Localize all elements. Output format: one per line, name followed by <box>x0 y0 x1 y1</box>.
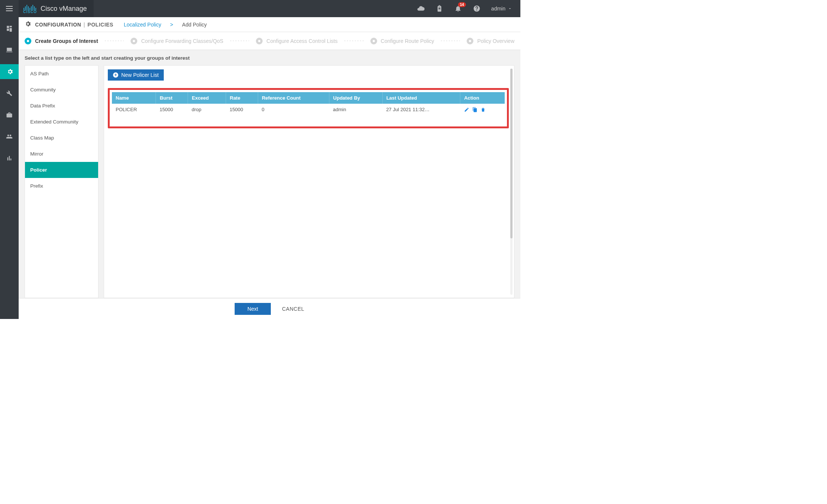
instruction-text: Select a list type on the left and start… <box>25 55 514 61</box>
breadcrumb-section: CONFIGURATION <box>35 22 81 28</box>
cell-burst: 15000 <box>156 104 188 115</box>
menu-toggle-button[interactable] <box>0 0 19 17</box>
nav-dashboard[interactable] <box>0 21 19 36</box>
table-panel: + New Policer List Name Burst Exceed Rat… <box>104 65 514 298</box>
wizard-connector <box>344 41 364 41</box>
cell-exceed: drop <box>188 104 226 115</box>
step-label: Configure Forwarding Classes/QoS <box>141 38 223 44</box>
nav-administration[interactable] <box>0 129 19 144</box>
breadcrumb: CONFIGURATION | POLICIES Localized Polic… <box>19 17 520 32</box>
cell-actions <box>460 104 505 115</box>
nav-maintenance[interactable] <box>0 107 19 122</box>
step-circle-icon <box>256 38 263 44</box>
nav-analytics[interactable] <box>0 151 19 166</box>
table-scrollbar[interactable] <box>510 69 513 295</box>
step-label: Policy Overview <box>477 38 514 44</box>
wizard-connector <box>230 41 250 41</box>
breadcrumb-link[interactable]: Localized Policy <box>124 22 161 28</box>
notification-badge: 14 <box>458 2 466 7</box>
col-burst[interactable]: Burst <box>156 92 188 104</box>
plus-icon: + <box>113 72 118 78</box>
cloud-icon[interactable] <box>417 4 425 13</box>
col-ref-count[interactable]: Reference Count <box>258 92 329 104</box>
col-action[interactable]: Action <box>460 92 505 104</box>
copy-icon[interactable] <box>472 107 477 112</box>
new-policer-button[interactable]: + New Policer List <box>108 69 164 81</box>
next-button[interactable]: Next <box>235 303 271 315</box>
wizard-step-4[interactable]: Configure Route Policy <box>370 38 434 44</box>
policer-table: Name Burst Exceed Rate Reference Count U… <box>112 92 505 115</box>
table-row[interactable]: POLICER 15000 drop 15000 0 admin 27 Jul … <box>112 104 505 115</box>
wizard-step-5[interactable]: Policy Overview <box>467 38 514 44</box>
list-type-ext-community[interactable]: Extended Community <box>25 114 98 130</box>
user-menu[interactable]: admin <box>491 6 512 12</box>
cell-rate: 15000 <box>226 104 258 115</box>
list-type-prefix[interactable]: Prefix <box>25 178 98 194</box>
wizard-connector <box>441 41 460 41</box>
list-type-policer[interactable]: Policer <box>25 162 98 178</box>
bell-icon[interactable]: 14 <box>454 4 462 13</box>
step-circle-icon <box>467 38 473 44</box>
list-type-data-prefix[interactable]: Data Prefix <box>25 98 98 114</box>
cell-ref-count: 0 <box>258 104 329 115</box>
wizard-step-1[interactable]: Create Groups of Interest <box>25 38 98 44</box>
hamburger-icon <box>6 6 13 11</box>
list-type-panel: AS Path Community Data Prefix Extended C… <box>25 65 98 298</box>
col-updated-by[interactable]: Updated By <box>329 92 383 104</box>
step-circle-icon <box>131 38 137 44</box>
brand-title: Cisco vManage <box>41 5 87 13</box>
main-area: CONFIGURATION | POLICIES Localized Polic… <box>19 17 520 319</box>
list-type-community[interactable]: Community <box>25 82 98 98</box>
col-last-updated[interactable]: Last Updated <box>382 92 460 104</box>
top-bar: CISCO Cisco vManage 14 admin <box>0 0 520 17</box>
content-area: Select a list type on the left and start… <box>19 50 520 298</box>
clipboard-icon[interactable] <box>435 4 444 13</box>
wizard-connector <box>105 41 124 41</box>
list-type-class-map[interactable]: Class Map <box>25 130 98 146</box>
step-label: Configure Route Policy <box>381 38 434 44</box>
col-name[interactable]: Name <box>112 92 156 104</box>
wizard-step-3[interactable]: Configure Access Control Lists <box>256 38 338 44</box>
edit-icon[interactable] <box>464 107 469 112</box>
wizard-step-2[interactable]: Configure Forwarding Classes/QoS <box>131 38 223 44</box>
cell-updated-by: admin <box>329 104 383 115</box>
footer-bar: Next CANCEL <box>19 298 520 319</box>
delete-icon[interactable] <box>480 107 486 112</box>
col-rate[interactable]: Rate <box>226 92 258 104</box>
col-exceed[interactable]: Exceed <box>188 92 226 104</box>
nav-tools[interactable] <box>0 86 19 101</box>
breadcrumb-current: Add Policy <box>182 22 207 28</box>
step-circle-icon <box>25 38 31 44</box>
step-circle-icon <box>370 38 377 44</box>
wizard-steps: Create Groups of Interest Configure Forw… <box>19 32 520 50</box>
cancel-button[interactable]: CANCEL <box>282 306 304 312</box>
cell-name: POLICER <box>112 104 156 115</box>
table-header-row: Name Burst Exceed Rate Reference Count U… <box>112 92 505 104</box>
nav-monitor[interactable] <box>0 43 19 57</box>
help-icon[interactable] <box>473 4 481 13</box>
left-nav <box>0 17 19 319</box>
list-type-as-path[interactable]: AS Path <box>25 66 98 82</box>
new-button-label: New Policer List <box>121 72 159 78</box>
nav-configuration[interactable] <box>0 64 19 79</box>
step-label: Configure Access Control Lists <box>266 38 338 44</box>
cell-last-updated: 27 Jul 2021 11:32… <box>382 104 460 115</box>
breadcrumb-subsection: POLICIES <box>88 22 113 28</box>
table-highlight: Name Burst Exceed Rate Reference Count U… <box>108 88 509 128</box>
gear-icon <box>25 21 31 28</box>
chevron-down-icon <box>508 6 512 11</box>
step-label: Create Groups of Interest <box>35 38 98 44</box>
brand-box: CISCO Cisco vManage <box>19 0 94 17</box>
cisco-logo-icon: CISCO <box>23 4 37 13</box>
user-label: admin <box>491 6 505 12</box>
topbar-icons: 14 admin <box>417 4 520 13</box>
list-type-mirror[interactable]: Mirror <box>25 146 98 162</box>
